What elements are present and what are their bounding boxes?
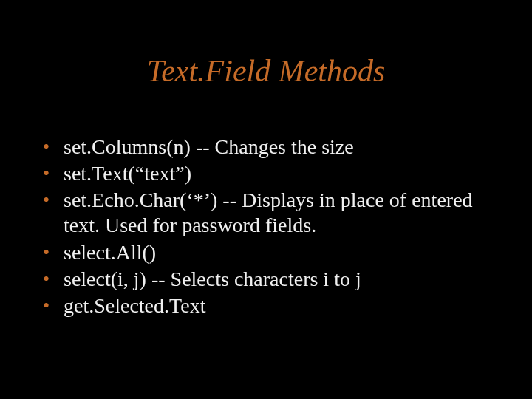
bullet-icon: • [43, 134, 64, 160]
slide: Text.Field Methods • set.Columns(n) -- C… [0, 0, 532, 399]
bullet-icon: • [43, 188, 64, 213]
bullet-text: set.Echo.Char(‘*’) -- Displays in place … [64, 188, 502, 238]
bullet-icon: • [43, 267, 64, 292]
list-item: • set.Echo.Char(‘*’) -- Displays in plac… [43, 188, 502, 238]
list-item: • set.Text(“text”) [43, 161, 502, 186]
list-item: • get.Selected.Text [43, 293, 502, 318]
bullet-text: set.Text(“text”) [64, 161, 502, 186]
bullet-text: select.All() [64, 240, 502, 265]
list-item: • select(i, j) -- Selects characters i t… [43, 267, 502, 292]
slide-body: • set.Columns(n) -- Changes the size • s… [43, 134, 502, 320]
bullet-text: select(i, j) -- Selects characters i to … [64, 267, 502, 292]
bullet-icon: • [43, 293, 64, 318]
bullet-text: set.Columns(n) -- Changes the size [64, 134, 502, 160]
bullet-icon: • [43, 240, 64, 265]
bullet-icon: • [43, 161, 64, 186]
bullet-text: get.Selected.Text [64, 293, 502, 318]
slide-title: Text.Field Methods [0, 53, 532, 89]
list-item: • set.Columns(n) -- Changes the size [43, 134, 502, 160]
list-item: • select.All() [43, 240, 502, 265]
